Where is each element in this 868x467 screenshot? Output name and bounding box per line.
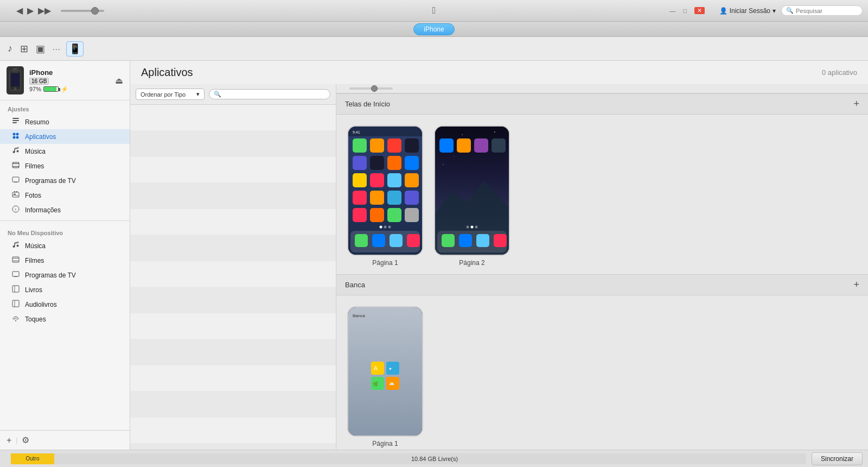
sort-dropdown[interactable]: Ordenar por Tipo ▾ [136, 89, 205, 100]
sidebar-item-label-filmes: Filmes [25, 162, 44, 170]
svg-rect-26 [14, 191, 15, 192]
sidebar-item-livros[interactable]: Livros [0, 282, 130, 297]
hs-page-2-label: Página 2 [459, 259, 484, 267]
device-storage: 16 GB [29, 78, 49, 85]
app-search-input[interactable] [221, 91, 326, 98]
svg-rect-34 [12, 261, 19, 261]
svg-rect-27 [16, 191, 17, 192]
app-row [130, 287, 336, 313]
hs-page-2[interactable]: Página 2 [434, 125, 510, 267]
sidebar-item-programas-tv-dev[interactable]: Programas de TV [0, 268, 130, 282]
sidebar-item-filmes[interactable]: Filmes [0, 159, 130, 173]
svg-rect-90 [459, 234, 472, 247]
svg-rect-72 [407, 234, 420, 247]
sidebar-item-programas-tv[interactable]: Programas de TV [0, 173, 130, 188]
play-button[interactable]: ▶ [27, 5, 34, 16]
app-row [130, 392, 336, 418]
hs-page-1[interactable]: 9:41 [347, 125, 423, 267]
hs-page-thumb-2 [434, 125, 510, 256]
volume-slider[interactable] [61, 10, 104, 12]
sidebar-item-musica-dev[interactable]: Música [0, 238, 130, 253]
search-icon: 🔍 [786, 7, 794, 14]
app-row [130, 105, 336, 131]
svg-rect-47 [387, 138, 401, 153]
svg-rect-46 [370, 138, 384, 153]
svg-rect-17 [16, 162, 16, 163]
phone-toolbar-btn[interactable]: 📱 [66, 41, 84, 56]
session-button[interactable]: 👤 Iniciar Sessão ▾ [719, 7, 776, 15]
device-tab-bar: iPhone [0, 22, 868, 37]
svg-rect-5 [12, 120, 19, 121]
svg-rect-57 [353, 191, 367, 205]
svg-rect-21 [18, 166, 18, 168]
svg-point-66 [384, 226, 387, 229]
storage-free: 10.84 GB Livre(s) [54, 453, 806, 464]
charging-icon: ⚡ [61, 86, 68, 93]
svg-rect-82 [457, 138, 471, 153]
app-search-box[interactable]: 🔍 [209, 89, 330, 99]
svg-rect-60 [405, 191, 419, 205]
grid-toolbar-btn[interactable]: ⊞ [18, 42, 30, 56]
svg-rect-84 [492, 138, 506, 153]
content-title: Aplicativos [141, 66, 193, 79]
svg-rect-32 [12, 257, 19, 262]
sidebar-bottom-controls: + | ⚙ [0, 430, 130, 450]
prev-button[interactable]: ◀ [16, 5, 23, 16]
screen-toolbar-btn[interactable]: ▣ [34, 42, 47, 56]
close-window-button[interactable]: ✕ [694, 7, 705, 14]
filmes-dev-icon [11, 256, 21, 265]
sidebar-item-audiolivros[interactable]: Audiolivros [0, 297, 130, 312]
fotos-icon [11, 191, 21, 200]
app-row [130, 444, 336, 450]
sidebar-item-label-filmes-dev: Filmes [25, 257, 44, 264]
svg-rect-70 [372, 234, 385, 247]
app-search-icon: 🔍 [214, 91, 221, 98]
svg-rect-22 [12, 177, 19, 182]
svg-rect-49 [353, 156, 367, 170]
title-bar-right: — □ ✕ 👤 Iniciar Sessão ▾ 🔍 [669, 5, 863, 16]
svg-point-11 [13, 151, 15, 153]
app-row [130, 339, 336, 365]
sidebar-item-musica[interactable]: Música [0, 144, 130, 159]
app-row [130, 183, 336, 209]
sidebar-item-informacoes[interactable]: i Informações [0, 203, 130, 217]
eject-button[interactable]: ⏏ [115, 75, 123, 86]
svg-rect-64 [405, 208, 419, 222]
sidebar-item-fotos[interactable]: Fotos [0, 188, 130, 203]
sidebar-item-label-fotos: Fotos [25, 192, 41, 199]
sidebar-item-filmes-dev[interactable]: Filmes [0, 253, 130, 268]
device-tab[interactable]: iPhone [413, 23, 454, 35]
title-bar: ◀ ▶ ▶▶  — □ ✕ 👤 Iniciar Sessão ▾ 🔍 [0, 0, 868, 22]
sidebar-section-ajustes: Ajustes [0, 100, 130, 115]
zoom-slider[interactable] [349, 87, 393, 90]
svg-point-3 [14, 87, 16, 90]
sidebar-item-resumo[interactable]: Resumo [0, 115, 130, 129]
svg-text:🌿: 🌿 [373, 381, 378, 387]
sync-button[interactable]: Sincronizar [812, 452, 863, 465]
next-button[interactable]: ▶▶ [38, 5, 51, 16]
sort-arrow-icon: ▾ [196, 91, 200, 98]
sidebar-item-toques[interactable]: Toques [0, 312, 130, 326]
svg-text:i: i [15, 207, 16, 212]
search-box[interactable]: 🔍 [781, 5, 863, 16]
audiolivros-icon [11, 300, 21, 309]
hs-add-button-banca[interactable]: + [853, 279, 859, 291]
svg-text:Banca: Banca [353, 313, 365, 318]
svg-point-75 [462, 134, 463, 135]
svg-rect-54 [370, 173, 384, 187]
svg-point-87 [475, 226, 478, 229]
livros-icon [11, 285, 21, 294]
settings-button[interactable]: ⚙ [22, 435, 29, 445]
hs-section-header-telas: Telas de Início + [336, 93, 868, 115]
more-toolbar-btn[interactable]: ··· [50, 43, 63, 54]
sidebar-item-aplicativos[interactable]: Aplicativos [0, 129, 130, 144]
hs-add-button-telas[interactable]: + [853, 98, 859, 110]
dropdown-arrow-icon: ▾ [773, 7, 776, 15]
add-button[interactable]: + [7, 436, 11, 445]
hs-banca-page-1[interactable]: Banca A ✦ 🌿 ⛅ [347, 306, 423, 447]
app-row [130, 131, 336, 157]
search-input[interactable] [796, 8, 858, 14]
sidebar-item-label-resumo: Resumo [25, 118, 49, 126]
svg-rect-18 [18, 162, 18, 163]
music-toolbar-btn[interactable]: ♪ [5, 42, 15, 55]
